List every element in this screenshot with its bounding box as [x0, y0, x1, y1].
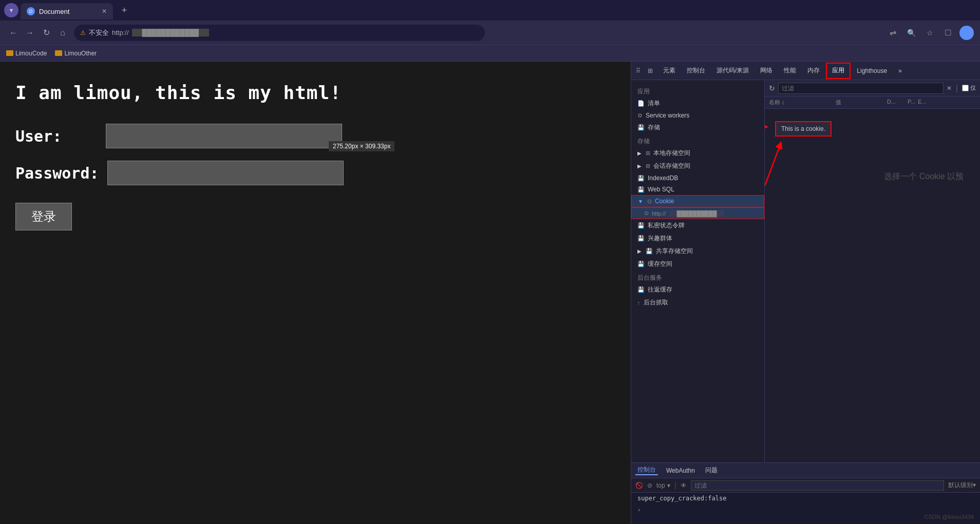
bookmarks-bar: LimouCode LimouOther: [0, 45, 980, 62]
devtools-tab-application[interactable]: 应用: [826, 63, 851, 79]
devtools-size-label: 275.20px × 309.33px: [329, 141, 394, 151]
devtools-tab-performance[interactable]: 性能: [779, 63, 801, 79]
sidebar-item-service-workers[interactable]: ⚙ Service workers: [631, 110, 764, 121]
devtools-tab-network[interactable]: 网络: [755, 63, 778, 79]
sidebar-item-shared-storage[interactable]: ▶ 💾 共享存储空间: [631, 245, 764, 258]
cache-icon: 💾: [637, 261, 645, 267]
shared-storage-icon: 💾: [646, 248, 653, 255]
console-expand-arrow: ›: [637, 507, 641, 513]
interest-groups-label: 兴趣群体: [648, 234, 672, 243]
profile-button[interactable]: ▼: [4, 3, 18, 17]
bookmark-folder-icon: [6, 50, 13, 56]
sidebar-item-cache[interactable]: 💾 缓存空间: [631, 258, 764, 270]
forward-button[interactable]: →: [23, 26, 37, 40]
console-block-icon[interactable]: ⊘: [647, 482, 652, 489]
user-input[interactable]: [106, 124, 342, 148]
top-dropdown-icon: ▾: [667, 482, 670, 489]
service-workers-icon: ⚙: [637, 112, 643, 119]
sidebar-item-indexeddb[interactable]: 💾 IndexedDB: [631, 172, 764, 184]
cookie-url-icon: ⊙: [644, 210, 649, 217]
sidebar-section-backend: 后台服务: [631, 270, 764, 283]
console-tab-webauthn[interactable]: WebAuthn: [664, 467, 697, 474]
devtools-tab-memory[interactable]: 内存: [802, 63, 825, 79]
bookmark-limomother-label: LimouOther: [64, 50, 97, 57]
login-button[interactable]: 登录: [15, 203, 72, 230]
sidebar-item-background-fetch[interactable]: ↑ 后台抓取: [631, 296, 764, 309]
zoom-button[interactable]: 🔍: [904, 26, 918, 40]
filter-bar: ↻ ✕ | 仅: [765, 80, 980, 96]
local-storage-icon: ⊞: [646, 150, 650, 157]
back-button[interactable]: ←: [6, 26, 21, 40]
sidebar-item-back-cache[interactable]: 💾 往返缓存: [631, 283, 764, 296]
cookie-tooltip: This is a cookie.: [775, 121, 832, 137]
sidebar-item-web-sql[interactable]: 💾 Web SQL: [631, 184, 764, 195]
sidebar-item-private-state[interactable]: 💾 私密状态令牌: [631, 219, 764, 232]
private-state-label: 私密状态令牌: [648, 221, 685, 230]
bookmark-limomother[interactable]: LimouOther: [55, 50, 97, 57]
devtools-right: ↻ ✕ | 仅 名称 ↕ 值 D... P... E...: [765, 80, 980, 462]
expand-icon: ▶: [637, 150, 642, 156]
console-tab-console[interactable]: 控制台: [635, 465, 658, 475]
devtools-tab-more[interactable]: »: [893, 63, 907, 79]
console-log-area: super_copy_cracked:false: [631, 493, 980, 504]
filter-input[interactable]: [778, 83, 944, 94]
browser-tab[interactable]: D Document ✕: [21, 3, 113, 20]
console-clear-icon[interactable]: 🚫: [635, 482, 643, 489]
devtools-tabs: ⠿ ⊞ 元素 控制台 源代码/来源 网络 性能 内存 应用 Lighthouse…: [631, 62, 980, 80]
url-text: http://: [112, 29, 129, 36]
devtools-tab-sources[interactable]: 源代码/来源: [711, 63, 754, 79]
console-top-selector[interactable]: top ▾: [656, 482, 670, 489]
sidebar-item-cookie-url[interactable]: ⊙ http:// ██████████: [631, 207, 764, 219]
sidebar-item-session-storage[interactable]: ▶ ⊞ 会话存储空间: [631, 160, 764, 172]
col-domain: D...: [887, 99, 908, 106]
col-value: 值: [836, 99, 887, 106]
console-tab-webauthn-label: WebAuthn: [666, 467, 695, 474]
watermark: CSDN @limou3434: [925, 514, 974, 520]
shared-storage-label: 共享存储空间: [656, 247, 693, 256]
cookie-icon: ⊙: [647, 198, 652, 205]
sidebar-item-interest-groups[interactable]: 💾 兴趣群体: [631, 232, 764, 245]
console-toolbar: 🚫 ⊘ top ▾ | 👁 默认级别▾: [631, 478, 980, 493]
sidebar-item-storage[interactable]: 💾 存储: [631, 121, 764, 134]
devtools-tab-lighthouse[interactable]: Lighthouse: [852, 63, 892, 79]
manifest-icon: 📄: [637, 100, 645, 107]
devtools-tab-elements[interactable]: 元素: [658, 63, 681, 79]
shared-expand-icon: ▶: [637, 248, 642, 254]
sidebar-item-local-storage[interactable]: ▶ ⊞ 本地存储空间: [631, 147, 764, 160]
devtools-menu-icon[interactable]: ⠿: [633, 66, 643, 75]
console-log-text: super_copy_cracked:false: [637, 495, 726, 502]
extensions-button[interactable]: □: [941, 26, 955, 40]
password-input[interactable]: [107, 161, 344, 185]
refresh-icon[interactable]: ↻: [769, 84, 775, 92]
profile-avatar[interactable]: [959, 26, 974, 40]
console-eye-icon[interactable]: 👁: [681, 482, 687, 489]
manifest-label: 清单: [648, 99, 660, 108]
cookie-label: Cookie: [655, 198, 674, 205]
translate-button[interactable]: ⇌: [885, 26, 900, 40]
service-workers-label: Service workers: [646, 112, 689, 119]
storage-icon: 💾: [637, 124, 645, 131]
password-form-row: Password:: [15, 161, 615, 185]
sidebar-section-app: 应用: [631, 84, 764, 97]
filter-checkbox-input[interactable]: [962, 85, 969, 91]
sidebar-item-manifest[interactable]: 📄 清单: [631, 97, 764, 110]
new-tab-button[interactable]: +: [117, 3, 131, 17]
tab-close-button[interactable]: ✕: [102, 8, 107, 15]
filter-clear-icon[interactable]: ✕: [947, 85, 952, 92]
devtools-inspect-icon[interactable]: ⊞: [646, 66, 655, 75]
select-cookie-hint: 选择一个 Cookie 以预: [771, 171, 974, 182]
url-box[interactable]: ⚠ 不安全 http:// ████████████: [74, 25, 485, 41]
tab-favicon: D: [27, 7, 35, 15]
sidebar-item-cookie[interactable]: ▼ ⊙ Cookie: [631, 195, 764, 207]
devtools-tab-console[interactable]: 控制台: [682, 63, 710, 79]
console-level-label[interactable]: 默认级别▾: [948, 481, 976, 490]
console-filter-input[interactable]: [691, 480, 944, 491]
reload-button[interactable]: ↻: [39, 26, 53, 40]
console-tab-issues[interactable]: 问题: [703, 466, 720, 475]
bookmark-limoucode-label: LimouCode: [15, 50, 47, 57]
home-button[interactable]: ⌂: [55, 26, 70, 40]
tab-bar: ▼ D Document ✕ +: [0, 0, 980, 21]
filter-checkbox-label[interactable]: 仅: [962, 84, 976, 92]
bookmark-button[interactable]: ☆: [922, 26, 937, 40]
bookmark-limoucode[interactable]: LimouCode: [6, 50, 47, 57]
